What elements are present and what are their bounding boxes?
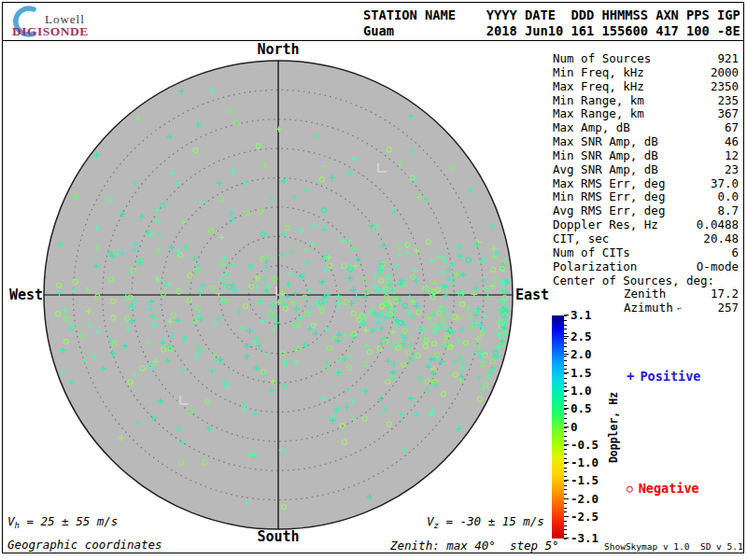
stat-value: 17.2	[711, 287, 739, 301]
stat-row: PolarizationO-mode	[553, 259, 739, 273]
vh-value: = 25 ± 55 m/s	[20, 514, 118, 528]
stat-label: Max Range, km	[553, 106, 644, 120]
stat-row: Num of CITs6	[553, 245, 739, 259]
stat-label: Zenith	[624, 287, 666, 301]
stat-label: Min RMS Err, deg	[553, 189, 665, 203]
stat-value: 257	[717, 301, 739, 315]
stat-row: Max RMS Err, deg37.0	[553, 176, 739, 190]
stat-label: Max RMS Err, deg	[553, 176, 665, 190]
colorbar-minor-tick	[564, 351, 567, 352]
zenith-config-label: Zenith: max 40° step 5°	[390, 539, 559, 553]
colorbar-minor-tick	[564, 338, 567, 339]
header-divider	[2, 40, 744, 41]
colorbar-minor-tick	[564, 413, 567, 414]
stat-label: Avg SNR Amp, dB	[553, 162, 658, 176]
colorbar-tick	[564, 444, 569, 445]
colorbar	[552, 315, 564, 539]
colorbar-minor-tick	[564, 400, 567, 401]
colorbar-tick	[564, 372, 569, 373]
colorbar-minor-tick	[564, 369, 567, 370]
colorbar-minor-tick	[564, 521, 567, 522]
stat-row: Min SNR Amp, dB12	[553, 148, 739, 162]
stat-row: Avg SNR Amp, dB23	[553, 162, 739, 176]
colorbar-tick-label: 3.1	[571, 309, 592, 322]
colorbar-minor-tick	[564, 468, 567, 469]
stat-row: Max Amp, dB67	[553, 120, 739, 134]
stats-panel: Num of Sources921Min Freq, kHz2000Max Fr…	[553, 51, 739, 315]
colorbar-tick	[564, 427, 569, 427]
compass-north-label: North	[204, 41, 353, 58]
colorbar-tick	[564, 408, 569, 409]
stat-value: 0.0488	[697, 217, 739, 231]
colorbar-tick	[564, 498, 569, 499]
colorbar-minor-tick	[564, 529, 567, 530]
colorbar-minor-tick	[564, 431, 567, 432]
colorbar-minor-tick	[564, 489, 567, 490]
colorbar-minor-tick	[564, 503, 567, 504]
compass-west-label: West	[6, 287, 43, 303]
stat-label: CIT, sec	[553, 231, 609, 245]
stat-row: Min Freq, kHz2000	[553, 65, 739, 79]
colorbar-minor-tick	[564, 476, 567, 477]
colorbar-minor-tick	[564, 539, 567, 539]
colorbar-minor-tick	[564, 329, 567, 329]
stat-value: 367	[717, 106, 739, 120]
stat-row: Max SNR Amp, dB46	[553, 134, 739, 148]
colorbar-minor-tick	[564, 449, 567, 450]
stat-value: 67	[725, 120, 739, 134]
header-columns: STATION NAME YYYY DATE DDD HHMMSS AXN PP…	[363, 7, 740, 39]
colorbar-minor-tick	[564, 386, 567, 387]
stat-value: 6	[731, 245, 739, 259]
colorbar-minor-tick	[564, 409, 567, 410]
colorbar-minor-tick	[564, 423, 567, 424]
stat-value: 37.0	[711, 176, 739, 190]
vh-symbol: V	[7, 514, 15, 528]
colorbar-minor-tick	[564, 391, 567, 392]
colorbar-minor-tick	[564, 373, 567, 374]
colorbar-tick	[564, 354, 569, 355]
colorbar-minor-tick	[564, 333, 567, 334]
colorbar-tick	[564, 390, 569, 391]
colorbar-tick	[564, 480, 569, 481]
stat-row: Max Freq, kHz2350	[553, 79, 739, 93]
colorbar-minor-tick	[564, 365, 567, 366]
colorbar-tick-label: 1.0	[571, 385, 592, 398]
colorbar-minor-tick	[564, 320, 567, 321]
colorbar-minor-tick	[564, 427, 567, 428]
colorbar-tick-label: -2.0	[571, 493, 599, 506]
colorbar-minor-tick	[564, 315, 567, 316]
stat-label: Num of CITs	[553, 245, 630, 259]
stat-value: 23	[725, 162, 739, 176]
stat-label: Min SNR Amp, dB	[553, 148, 658, 162]
stat-label: Doppler Res, Hz	[553, 217, 658, 231]
vz-value: = -30 ± 15 m/s	[439, 514, 544, 528]
stat-row: Min RMS Err, deg0.0	[553, 189, 739, 203]
colorbar-minor-tick	[564, 494, 567, 495]
compass-south-label: South	[204, 528, 353, 545]
colorbar-minor-tick	[564, 418, 567, 419]
stat-value: 12	[725, 148, 739, 162]
stat-value: O-mode	[697, 259, 739, 273]
colorbar-tick	[564, 336, 569, 337]
colorbar-tick-label: 2.0	[571, 348, 592, 361]
colorbar-minor-tick	[564, 378, 567, 379]
legend-negative-label: Negative	[639, 481, 699, 496]
azimuth-arrow-icon: →	[676, 304, 684, 315]
colorbar-minor-tick	[564, 405, 567, 406]
vz-annotation: Vz = -30 ± 15 m/s	[427, 514, 544, 530]
plus-marker-icon: +	[627, 369, 634, 384]
vh-annotation: Vh = 25 ± 55 m/s	[7, 514, 118, 530]
stat-value: 235	[717, 93, 739, 107]
colorbar-tick	[564, 516, 569, 517]
vz-symbol: V	[427, 514, 434, 528]
colorbar-tick-label: -3.1	[571, 532, 599, 545]
colorbar-tick-label: 0	[571, 421, 578, 434]
logo-digisonde-text: DIGISONDE	[12, 24, 89, 39]
stat-label: Min Range, km	[553, 93, 644, 107]
colorbar-tick	[564, 462, 569, 463]
colorbar-tick-label: 2.5	[571, 330, 592, 343]
stat-label: Num of Sources	[553, 51, 651, 65]
colorbar-minor-tick	[564, 396, 567, 397]
stat-row: CIT, sec20.48	[553, 231, 739, 245]
colorbar-minor-tick	[564, 441, 567, 441]
